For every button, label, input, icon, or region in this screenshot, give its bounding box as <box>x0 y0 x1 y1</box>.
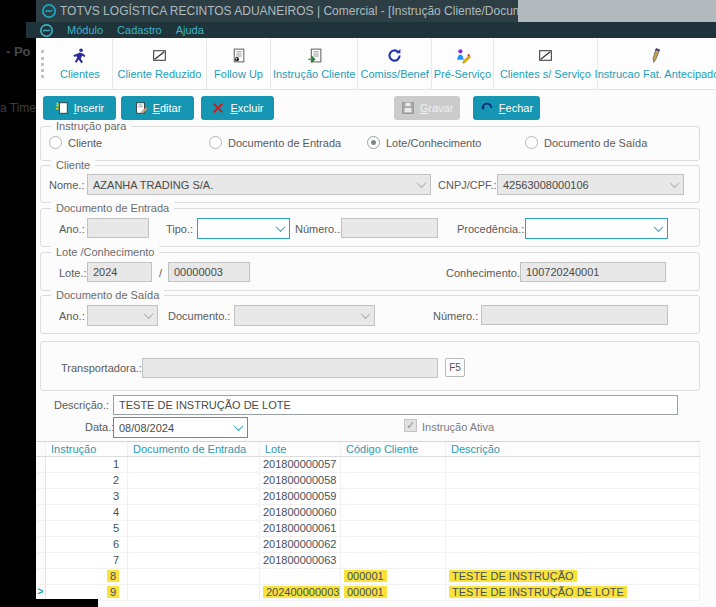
toolbar-drag-handle[interactable] <box>41 50 44 78</box>
grid-cell-doc[interactable] <box>128 473 260 489</box>
grid-cell-descricao[interactable] <box>446 553 700 569</box>
table-row[interactable]: 2201800000058 <box>36 473 700 489</box>
procedencia-combobox[interactable] <box>525 218 668 239</box>
ano-input[interactable] <box>87 218 149 238</box>
grid-cell-lote[interactable]: 201800000058 <box>260 473 341 489</box>
editar-button[interactable]: Editar <box>121 96 194 120</box>
grid-cell-descricao[interactable] <box>446 457 700 473</box>
table-row[interactable]: 1201800000057 <box>36 457 700 473</box>
grid-cell-descricao[interactable] <box>446 473 700 489</box>
conhecimento-input[interactable] <box>520 262 666 282</box>
grid-cell-codigo[interactable]: 000001 <box>341 585 446 601</box>
fechar-button[interactable]: Fechar <box>473 96 540 120</box>
grid-cell-codigo[interactable] <box>341 505 446 521</box>
grid-cell-doc[interactable] <box>128 569 260 585</box>
row-selector[interactable] <box>36 473 46 489</box>
toolbar-button-clientes[interactable]: Clientes <box>48 38 113 89</box>
grid-cell-codigo[interactable] <box>341 489 446 505</box>
table-row[interactable]: 6201800000062 <box>36 537 700 553</box>
radio-lote-conhecimento[interactable]: Lote/Conhecimento <box>367 136 481 149</box>
grid-cell-doc[interactable] <box>128 521 260 537</box>
data-combobox[interactable]: 08/08/2024 <box>113 417 248 438</box>
table-row[interactable]: >9202400000003000001TESTE DE INSTRUÇÃO D… <box>36 585 700 601</box>
grid-cell-doc[interactable] <box>128 457 260 473</box>
grid-cell-doc[interactable] <box>128 537 260 553</box>
toolbar-button-pre-servico[interactable]: Pré-Serviço <box>432 38 494 89</box>
grid-cell-codigo[interactable]: 000001 <box>341 569 446 585</box>
row-selector[interactable] <box>36 553 46 569</box>
numero-input[interactable] <box>341 218 438 238</box>
table-row[interactable]: 4201800000060 <box>36 505 700 521</box>
row-selector[interactable] <box>36 457 46 473</box>
lote-numero-input[interactable] <box>168 262 250 282</box>
lote-ano-input[interactable] <box>87 262 152 282</box>
table-row[interactable]: 7201800000063 <box>36 553 700 569</box>
grid-header-codigo-cliente[interactable]: Código Cliente <box>341 442 446 456</box>
documento-saida-combobox[interactable] <box>234 305 375 326</box>
grid-cell-descricao[interactable]: TESTE DE INSTRUÇÃO <box>446 569 700 585</box>
row-selector[interactable] <box>36 569 46 585</box>
numero-saida-input[interactable] <box>481 305 668 325</box>
grid-cell-lote[interactable]: 201800000061 <box>260 521 341 537</box>
grid-cell-instrucao[interactable]: 1 <box>46 457 128 473</box>
gravar-button[interactable]: Gravar <box>394 96 460 120</box>
grid-cell-codigo[interactable] <box>341 473 446 489</box>
grid-cell-codigo[interactable] <box>341 457 446 473</box>
excluir-button[interactable]: Excluir <box>201 96 274 120</box>
grid-cell-instrucao[interactable]: 8 <box>46 569 128 585</box>
grid-cell-descricao[interactable] <box>446 521 700 537</box>
grid-header-descricao[interactable]: Descrição <box>446 442 700 456</box>
toolbar-button-instrucao-cliente[interactable]: Instrução Cliente <box>271 38 358 89</box>
toolbar-button-comiss-benef[interactable]: Comiss/Benef <box>358 38 432 89</box>
row-selector[interactable] <box>36 489 46 505</box>
toolbar-button-cliente-reduzido[interactable]: Cliente Reduzido <box>113 38 207 89</box>
table-row[interactable]: 5201800000061 <box>36 521 700 537</box>
grid-header-instrucao[interactable]: Instrução <box>46 442 128 456</box>
grid-cell-lote[interactable]: 201800000057 <box>260 457 341 473</box>
grid-cell-doc[interactable] <box>128 553 260 569</box>
grid-cell-lote[interactable]: 201800000063 <box>260 553 341 569</box>
menu-item-ajuda[interactable]: Ajuda <box>176 24 204 36</box>
inserir-button[interactable]: Inserir <box>43 96 116 120</box>
grid-cell-instrucao[interactable]: 4 <box>46 505 128 521</box>
row-selector[interactable] <box>36 505 46 521</box>
grid-cell-doc[interactable] <box>128 585 260 601</box>
toolbar-button-clientes-sem-servico[interactable]: Clientes s/ Serviço <box>494 38 598 89</box>
grid-cell-lote[interactable]: 201800000060 <box>260 505 341 521</box>
grid-cell-lote[interactable]: 201800000059 <box>260 489 341 505</box>
transportadora-input[interactable] <box>142 358 438 378</box>
grid-cell-codigo[interactable] <box>341 537 446 553</box>
row-selector[interactable] <box>36 521 46 537</box>
toolbar-button-instrucao-fat-antecipado[interactable]: Instrucao Fat. Antecipado <box>598 38 716 89</box>
grid-cell-instrucao[interactable]: 6 <box>46 537 128 553</box>
descricao-input[interactable] <box>113 395 678 415</box>
radio-documento-saida[interactable]: Documento de Saída <box>525 136 647 149</box>
grid-cell-lote[interactable]: 201800000062 <box>260 537 341 553</box>
grid-cell-descricao[interactable] <box>446 537 700 553</box>
grid-cell-descricao[interactable]: TESTE DE INSTRUÇÃO DE LOTE <box>446 585 700 601</box>
grid-header-doc-entrada[interactable]: Documento de Entrada <box>128 442 260 456</box>
grid-cell-codigo[interactable] <box>341 553 446 569</box>
radio-cliente[interactable]: Cliente <box>49 136 102 149</box>
ano-saida-combobox[interactable] <box>87 305 158 326</box>
grid-cell-descricao[interactable] <box>446 489 700 505</box>
nome-combobox[interactable]: AZANHA TRADING S/A. <box>87 174 431 195</box>
grid-cell-doc[interactable] <box>128 505 260 521</box>
cnpj-combobox[interactable]: 42563008000106 <box>497 174 684 195</box>
tipo-combobox[interactable] <box>197 218 290 239</box>
grid-cell-lote[interactable]: 202400000003 <box>260 585 341 601</box>
grid-cell-instrucao[interactable]: 3 <box>46 489 128 505</box>
grid-cell-lote[interactable] <box>260 569 341 585</box>
table-row[interactable]: 8000001TESTE DE INSTRUÇÃO <box>36 569 700 585</box>
f5-lookup-button[interactable]: F5 <box>445 358 465 377</box>
instrucao-ativa-checkbox[interactable]: ✓ <box>404 419 417 432</box>
grid-cell-instrucao[interactable]: 5 <box>46 521 128 537</box>
radio-documento-entrada[interactable]: Documento de Entrada <box>209 136 341 149</box>
table-row[interactable]: 3201800000059 <box>36 489 700 505</box>
grid-cell-instrucao[interactable]: 7 <box>46 553 128 569</box>
menu-item-cadastro[interactable]: Cadastro <box>117 24 162 36</box>
grid-cell-codigo[interactable] <box>341 521 446 537</box>
grid-cell-instrucao[interactable]: 2 <box>46 473 128 489</box>
row-selector[interactable] <box>36 537 46 553</box>
toolbar-button-follow-up[interactable]: Follow Up <box>207 38 271 89</box>
